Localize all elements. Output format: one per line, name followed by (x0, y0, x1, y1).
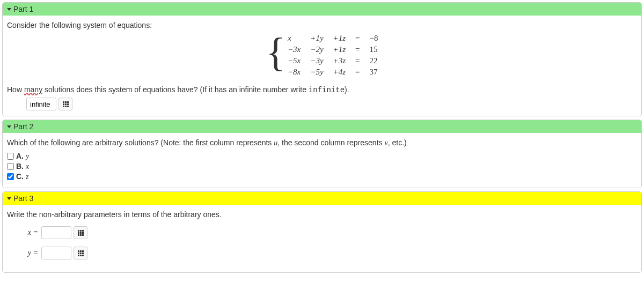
eq-cell: +3z (333, 56, 346, 65)
question-text: ). (345, 85, 349, 94)
param-row-x: x = (22, 226, 637, 239)
part3-body: Write the non-arbitrary parameters in te… (3, 205, 641, 272)
part3-prompt: Write the non-arbitrary parameters in te… (7, 210, 637, 219)
param-row-y: y = (22, 247, 637, 259)
part1-title: Part 1 (13, 5, 33, 13)
solutions-input[interactable] (26, 98, 56, 110)
option-a: A. y (7, 152, 637, 161)
eq-cell: 22 (370, 56, 378, 65)
part2-panel: Part 2 Which of the following are arbitr… (2, 120, 642, 188)
option-b-checkbox[interactable] (7, 163, 14, 170)
part1-header[interactable]: Part 1 (3, 3, 641, 16)
eq-cell: −5x (288, 56, 301, 65)
eq-cell: −2y (310, 45, 323, 54)
options-list: A. y B. x C. z (7, 152, 637, 181)
prompt-text: , etc.) (388, 138, 407, 147)
part2-header[interactable]: Part 2 (3, 120, 641, 133)
option-c: C. z (7, 172, 637, 181)
option-c-label: C. z (16, 172, 28, 181)
part2-body: Which of the following are arbitrary sol… (3, 133, 641, 188)
option-a-label: A. y (16, 152, 29, 161)
caret-down-icon (7, 197, 11, 200)
keypad-button[interactable] (74, 226, 87, 239)
caret-down-icon (7, 125, 11, 128)
eq-cell: −3x (288, 45, 301, 54)
param-x-input[interactable] (41, 226, 71, 239)
eq-cell: = (355, 56, 360, 65)
part3-header[interactable]: Part 3 (3, 192, 641, 205)
keypad-button[interactable] (58, 98, 72, 110)
equation-system: { x +1y +1z = −8 −3x −2y +1z = 15 −5x −3… (7, 34, 637, 77)
part1-body: Consider the following system of equatio… (3, 16, 641, 116)
param-y-input[interactable] (41, 247, 71, 259)
prompt-text: Which of the following are arbitrary sol… (7, 138, 274, 147)
eq-cell: = (355, 68, 360, 77)
eq-cell: 15 (370, 45, 378, 54)
question-text: How (7, 85, 24, 94)
part2-prompt: Which of the following are arbitrary sol… (7, 138, 637, 147)
part1-answer-row (26, 98, 637, 110)
param-x-lhs: x = (22, 228, 38, 237)
keypad-icon (78, 230, 84, 236)
eq-cell: +1y (310, 34, 323, 43)
option-c-checkbox[interactable] (7, 173, 14, 180)
eq-cell: −5y (310, 68, 323, 77)
keypad-icon (78, 250, 84, 256)
question-text: many (24, 85, 42, 94)
part3-title: Part 3 (13, 194, 33, 203)
caret-down-icon (7, 8, 11, 11)
part2-title: Part 2 (13, 122, 33, 131)
eq-cell: +1z (333, 45, 346, 54)
keypad-button[interactable] (74, 247, 87, 259)
eq-cell: = (355, 34, 360, 43)
eq-cell: = (355, 45, 360, 54)
option-b-label: B. x (16, 162, 29, 171)
left-brace-icon: { (266, 32, 286, 75)
part3-panel: Part 3 Write the non-arbitrary parameter… (2, 191, 642, 273)
eq-cell: −8x (288, 68, 301, 77)
option-a-checkbox[interactable] (7, 153, 14, 160)
param-y-lhs: y = (22, 249, 38, 257)
equation-grid: x +1y +1z = −8 −3x −2y +1z = 15 −5x −3y … (288, 34, 378, 77)
eq-cell: +1z (333, 34, 346, 43)
eq-cell: −3y (310, 56, 323, 65)
eq-cell: +4z (333, 68, 346, 77)
eq-cell: 37 (370, 68, 378, 77)
keypad-icon (63, 101, 69, 107)
part1-prompt: Consider the following system of equatio… (7, 21, 637, 29)
question-text: solutions does this system of equations … (42, 85, 309, 94)
part1-panel: Part 1 Consider the following system of … (2, 2, 642, 116)
eq-cell: x (288, 34, 301, 43)
question-code: infinite (309, 86, 345, 94)
option-b: B. x (7, 162, 637, 171)
prompt-text: , the second column represents (277, 138, 384, 147)
eq-cell: −8 (370, 34, 378, 43)
part1-question: How many solutions does this system of e… (7, 85, 637, 94)
